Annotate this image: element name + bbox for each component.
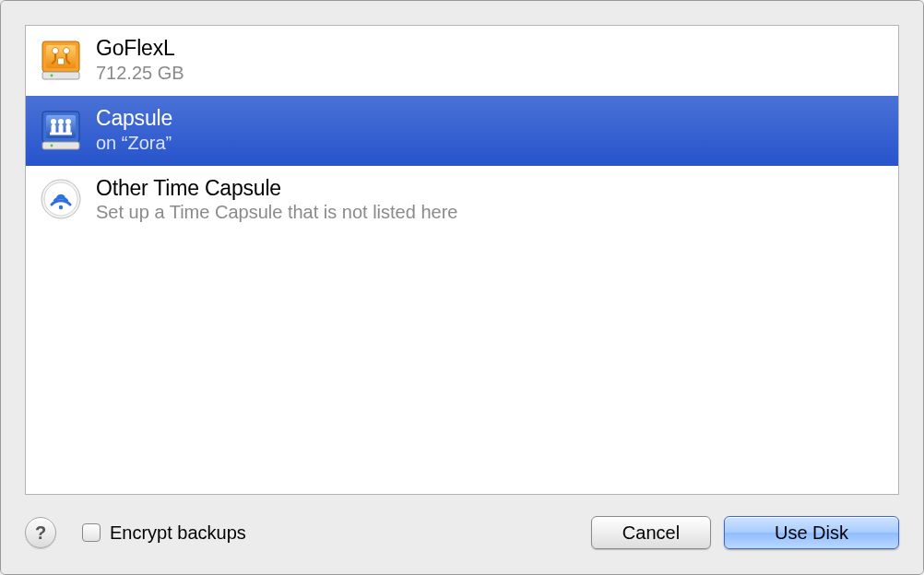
disk-subtitle: 712.25 GB — [96, 62, 184, 85]
svg-rect-15 — [42, 142, 79, 149]
svg-point-11 — [65, 119, 71, 124]
cancel-button[interactable]: Cancel — [591, 516, 711, 549]
dialog-footer: ? Encrypt backups Cancel Use Disk — [25, 495, 899, 552]
disk-subtitle: on “Zora” — [96, 132, 172, 155]
svg-point-2 — [53, 47, 59, 53]
checkbox-box — [82, 523, 101, 542]
disk-row-other-time-capsule[interactable]: Other Time Capsule Set up a Time Capsule… — [26, 166, 898, 236]
svg-rect-5 — [42, 72, 79, 79]
svg-point-3 — [64, 47, 70, 53]
airport-icon — [39, 177, 83, 221]
disk-row-text: Capsule on “Zora” — [96, 105, 172, 155]
disk-row-text: Other Time Capsule Set up a Time Capsule… — [96, 175, 457, 225]
svg-point-19 — [59, 205, 63, 209]
use-disk-label: Use Disk — [775, 522, 848, 544]
disk-row-goflexl[interactable]: GoFlexL 712.25 GB — [26, 26, 898, 96]
disk-list: GoFlexL 712.25 GB — [25, 25, 899, 495]
disk-row-capsule[interactable]: Capsule on “Zora” — [26, 96, 898, 166]
svg-point-10 — [58, 119, 64, 124]
cancel-label: Cancel — [622, 522, 680, 544]
svg-point-9 — [51, 119, 56, 124]
disk-select-dialog: GoFlexL 712.25 GB — [1, 1, 923, 574]
disk-title: GoFlexL — [96, 35, 184, 62]
svg-point-6 — [51, 74, 53, 76]
encrypt-label: Encrypt backups — [110, 522, 246, 544]
usb-drive-icon — [39, 38, 83, 82]
network-drive-icon — [39, 108, 83, 152]
svg-point-16 — [51, 144, 53, 147]
svg-rect-4 — [58, 58, 65, 65]
disk-title: Capsule — [96, 105, 172, 132]
help-button[interactable]: ? — [25, 517, 56, 548]
disk-title: Other Time Capsule — [96, 175, 457, 202]
disk-subtitle: Set up a Time Capsule that is not listed… — [96, 201, 457, 224]
disk-row-text: GoFlexL 712.25 GB — [96, 35, 184, 85]
help-icon: ? — [35, 522, 46, 544]
use-disk-button[interactable]: Use Disk — [724, 516, 899, 549]
encrypt-backups-checkbox[interactable]: Encrypt backups — [82, 522, 246, 544]
